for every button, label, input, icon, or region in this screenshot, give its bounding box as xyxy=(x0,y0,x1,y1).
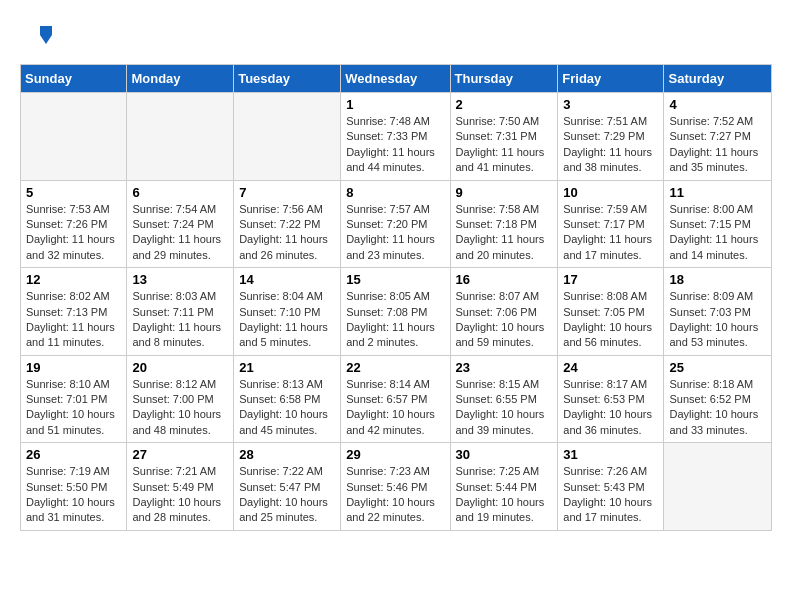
calendar-cell: 18Sunrise: 8:09 AM Sunset: 7:03 PM Dayli… xyxy=(664,268,772,356)
calendar-cell xyxy=(664,443,772,531)
calendar-cell: 8Sunrise: 7:57 AM Sunset: 7:20 PM Daylig… xyxy=(341,180,450,268)
calendar-cell xyxy=(127,93,234,181)
weekday-header: Monday xyxy=(127,65,234,93)
day-info: Sunrise: 8:07 AM Sunset: 7:06 PM Dayligh… xyxy=(456,289,553,351)
day-number: 26 xyxy=(26,447,121,462)
calendar-cell: 6Sunrise: 7:54 AM Sunset: 7:24 PM Daylig… xyxy=(127,180,234,268)
calendar-cell: 17Sunrise: 8:08 AM Sunset: 7:05 PM Dayli… xyxy=(558,268,664,356)
calendar-cell: 7Sunrise: 7:56 AM Sunset: 7:22 PM Daylig… xyxy=(234,180,341,268)
calendar-cell: 24Sunrise: 8:17 AM Sunset: 6:53 PM Dayli… xyxy=(558,355,664,443)
calendar-cell: 28Sunrise: 7:22 AM Sunset: 5:47 PM Dayli… xyxy=(234,443,341,531)
day-info: Sunrise: 8:14 AM Sunset: 6:57 PM Dayligh… xyxy=(346,377,444,439)
day-number: 7 xyxy=(239,185,335,200)
calendar-cell xyxy=(234,93,341,181)
day-number: 8 xyxy=(346,185,444,200)
day-number: 21 xyxy=(239,360,335,375)
day-number: 14 xyxy=(239,272,335,287)
weekday-header: Friday xyxy=(558,65,664,93)
day-info: Sunrise: 7:22 AM Sunset: 5:47 PM Dayligh… xyxy=(239,464,335,526)
day-number: 18 xyxy=(669,272,766,287)
day-info: Sunrise: 8:15 AM Sunset: 6:55 PM Dayligh… xyxy=(456,377,553,439)
day-info: Sunrise: 7:23 AM Sunset: 5:46 PM Dayligh… xyxy=(346,464,444,526)
weekday-header: Saturday xyxy=(664,65,772,93)
calendar-week-row: 19Sunrise: 8:10 AM Sunset: 7:01 PM Dayli… xyxy=(21,355,772,443)
day-info: Sunrise: 8:04 AM Sunset: 7:10 PM Dayligh… xyxy=(239,289,335,351)
day-info: Sunrise: 7:57 AM Sunset: 7:20 PM Dayligh… xyxy=(346,202,444,264)
day-info: Sunrise: 7:51 AM Sunset: 7:29 PM Dayligh… xyxy=(563,114,658,176)
calendar-cell: 20Sunrise: 8:12 AM Sunset: 7:00 PM Dayli… xyxy=(127,355,234,443)
day-number: 25 xyxy=(669,360,766,375)
calendar-cell: 19Sunrise: 8:10 AM Sunset: 7:01 PM Dayli… xyxy=(21,355,127,443)
calendar-cell: 25Sunrise: 8:18 AM Sunset: 6:52 PM Dayli… xyxy=(664,355,772,443)
calendar-cell: 14Sunrise: 8:04 AM Sunset: 7:10 PM Dayli… xyxy=(234,268,341,356)
day-info: Sunrise: 7:56 AM Sunset: 7:22 PM Dayligh… xyxy=(239,202,335,264)
day-number: 3 xyxy=(563,97,658,112)
calendar-week-row: 26Sunrise: 7:19 AM Sunset: 5:50 PM Dayli… xyxy=(21,443,772,531)
day-number: 9 xyxy=(456,185,553,200)
day-number: 2 xyxy=(456,97,553,112)
day-number: 24 xyxy=(563,360,658,375)
day-info: Sunrise: 7:59 AM Sunset: 7:17 PM Dayligh… xyxy=(563,202,658,264)
calendar-cell: 31Sunrise: 7:26 AM Sunset: 5:43 PM Dayli… xyxy=(558,443,664,531)
calendar-cell: 11Sunrise: 8:00 AM Sunset: 7:15 PM Dayli… xyxy=(664,180,772,268)
day-info: Sunrise: 7:53 AM Sunset: 7:26 PM Dayligh… xyxy=(26,202,121,264)
calendar-table: SundayMondayTuesdayWednesdayThursdayFrid… xyxy=(20,64,772,531)
calendar-cell: 27Sunrise: 7:21 AM Sunset: 5:49 PM Dayli… xyxy=(127,443,234,531)
calendar-cell: 30Sunrise: 7:25 AM Sunset: 5:44 PM Dayli… xyxy=(450,443,558,531)
page-header xyxy=(20,20,772,54)
day-number: 12 xyxy=(26,272,121,287)
calendar-body: 1Sunrise: 7:48 AM Sunset: 7:33 PM Daylig… xyxy=(21,93,772,531)
calendar-week-row: 1Sunrise: 7:48 AM Sunset: 7:33 PM Daylig… xyxy=(21,93,772,181)
day-number: 22 xyxy=(346,360,444,375)
calendar-cell: 1Sunrise: 7:48 AM Sunset: 7:33 PM Daylig… xyxy=(341,93,450,181)
day-info: Sunrise: 7:50 AM Sunset: 7:31 PM Dayligh… xyxy=(456,114,553,176)
logo-icon xyxy=(22,20,52,50)
day-info: Sunrise: 7:58 AM Sunset: 7:18 PM Dayligh… xyxy=(456,202,553,264)
calendar-cell: 22Sunrise: 8:14 AM Sunset: 6:57 PM Dayli… xyxy=(341,355,450,443)
day-info: Sunrise: 8:17 AM Sunset: 6:53 PM Dayligh… xyxy=(563,377,658,439)
calendar-cell: 3Sunrise: 7:51 AM Sunset: 7:29 PM Daylig… xyxy=(558,93,664,181)
day-number: 19 xyxy=(26,360,121,375)
day-number: 23 xyxy=(456,360,553,375)
day-info: Sunrise: 7:48 AM Sunset: 7:33 PM Dayligh… xyxy=(346,114,444,176)
day-info: Sunrise: 8:03 AM Sunset: 7:11 PM Dayligh… xyxy=(132,289,228,351)
day-info: Sunrise: 7:54 AM Sunset: 7:24 PM Dayligh… xyxy=(132,202,228,264)
day-number: 16 xyxy=(456,272,553,287)
calendar-cell: 5Sunrise: 7:53 AM Sunset: 7:26 PM Daylig… xyxy=(21,180,127,268)
day-info: Sunrise: 7:26 AM Sunset: 5:43 PM Dayligh… xyxy=(563,464,658,526)
logo xyxy=(20,20,52,54)
day-info: Sunrise: 7:19 AM Sunset: 5:50 PM Dayligh… xyxy=(26,464,121,526)
day-number: 11 xyxy=(669,185,766,200)
calendar-cell: 4Sunrise: 7:52 AM Sunset: 7:27 PM Daylig… xyxy=(664,93,772,181)
day-number: 15 xyxy=(346,272,444,287)
day-number: 5 xyxy=(26,185,121,200)
day-info: Sunrise: 8:18 AM Sunset: 6:52 PM Dayligh… xyxy=(669,377,766,439)
calendar-cell: 21Sunrise: 8:13 AM Sunset: 6:58 PM Dayli… xyxy=(234,355,341,443)
day-number: 29 xyxy=(346,447,444,462)
svg-marker-0 xyxy=(40,26,52,35)
calendar-cell xyxy=(21,93,127,181)
calendar-cell: 13Sunrise: 8:03 AM Sunset: 7:11 PM Dayli… xyxy=(127,268,234,356)
day-info: Sunrise: 8:00 AM Sunset: 7:15 PM Dayligh… xyxy=(669,202,766,264)
calendar-cell: 9Sunrise: 7:58 AM Sunset: 7:18 PM Daylig… xyxy=(450,180,558,268)
day-number: 6 xyxy=(132,185,228,200)
day-info: Sunrise: 7:25 AM Sunset: 5:44 PM Dayligh… xyxy=(456,464,553,526)
day-number: 1 xyxy=(346,97,444,112)
calendar-cell: 2Sunrise: 7:50 AM Sunset: 7:31 PM Daylig… xyxy=(450,93,558,181)
calendar-header: SundayMondayTuesdayWednesdayThursdayFrid… xyxy=(21,65,772,93)
calendar-week-row: 12Sunrise: 8:02 AM Sunset: 7:13 PM Dayli… xyxy=(21,268,772,356)
calendar-cell: 10Sunrise: 7:59 AM Sunset: 7:17 PM Dayli… xyxy=(558,180,664,268)
weekday-header: Tuesday xyxy=(234,65,341,93)
day-info: Sunrise: 7:52 AM Sunset: 7:27 PM Dayligh… xyxy=(669,114,766,176)
calendar-cell: 23Sunrise: 8:15 AM Sunset: 6:55 PM Dayli… xyxy=(450,355,558,443)
day-info: Sunrise: 8:12 AM Sunset: 7:00 PM Dayligh… xyxy=(132,377,228,439)
day-number: 4 xyxy=(669,97,766,112)
day-number: 30 xyxy=(456,447,553,462)
svg-marker-1 xyxy=(40,35,52,44)
day-number: 10 xyxy=(563,185,658,200)
day-info: Sunrise: 8:08 AM Sunset: 7:05 PM Dayligh… xyxy=(563,289,658,351)
day-number: 17 xyxy=(563,272,658,287)
day-number: 27 xyxy=(132,447,228,462)
calendar-cell: 26Sunrise: 7:19 AM Sunset: 5:50 PM Dayli… xyxy=(21,443,127,531)
day-number: 13 xyxy=(132,272,228,287)
